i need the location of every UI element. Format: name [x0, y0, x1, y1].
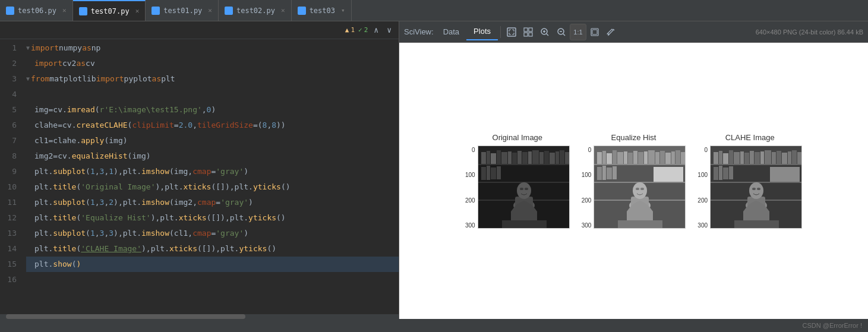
svg-rect-27: [517, 151, 522, 164]
str-path: r'E:\image\test15.png': [100, 104, 202, 116]
fn-createclahe: createCLAHE: [76, 119, 127, 132]
svg-rect-22: [491, 153, 496, 164]
kw-import-3: import: [96, 73, 124, 86]
code-line-11: plt . subplot ( 1 , 3 , 2 ), plt . imsho…: [26, 195, 399, 210]
svg-point-45: [525, 188, 528, 190]
line-num-16: 16: [0, 272, 17, 287]
sciview-plot-area[interactable]: Original Image 0 100 200 300: [399, 43, 868, 319]
y-label-0b: 0: [582, 147, 592, 153]
tab-test07-close[interactable]: ✕: [135, 7, 140, 15]
tab-test06[interactable]: test06.py ✕: [0, 0, 73, 21]
zoom-out-button[interactable]: [553, 24, 570, 40]
svg-rect-30: [532, 150, 539, 164]
tab-test03[interactable]: test03 ▾: [292, 0, 352, 21]
code-line-3: ▼ from matplotlib import pyplot as plt: [26, 71, 399, 87]
line-num-1: 1: [0, 40, 17, 56]
svg-rect-62: [648, 150, 655, 164]
nav-down-button[interactable]: ∨: [384, 24, 394, 36]
code-line-2: import cv2 as cv: [26, 56, 399, 71]
svg-rect-53: [602, 151, 606, 164]
warn-count: 1: [351, 26, 355, 34]
svg-rect-87: [723, 153, 728, 164]
grid-button[interactable]: [520, 24, 536, 40]
code-editor[interactable]: 1 2 3 4 5 6 7 8 9 10 11 12 13 14 15 16: [0, 39, 399, 314]
id-img-8: img: [132, 150, 146, 163]
plot-original-body: 0 100 200 300: [465, 146, 570, 229]
horizontal-scrollbar[interactable]: [0, 314, 399, 319]
param-tilegrid: tileGridSize: [197, 119, 253, 132]
id-np: np: [91, 42, 101, 55]
plot-clahe-body: 0 100 200 300: [697, 146, 802, 229]
y-label-300: 300: [465, 222, 475, 229]
svg-rect-99: [788, 151, 791, 164]
sciview-tab-data[interactable]: Data: [436, 24, 466, 40]
svg-rect-25: [508, 151, 512, 164]
svg-rect-96: [772, 152, 776, 164]
fold-3[interactable]: ▼: [26, 74, 30, 84]
svg-rect-95: [765, 150, 771, 164]
nav-up-button[interactable]: ∧: [371, 24, 381, 36]
y-axis-clahe: 0 100 200 300: [697, 146, 708, 229]
tab-test01-close[interactable]: ✕: [208, 7, 212, 14]
y-axis-original: 0 100 200 300: [465, 146, 475, 229]
bottom-bar: CSDN @ErrorError !: [0, 319, 868, 332]
var-clahe: clahe: [34, 119, 58, 132]
kw-as-3: as: [152, 73, 162, 86]
y-axis-equalize: 0 100 200 300: [582, 146, 592, 229]
svg-rect-36: [565, 152, 570, 164]
fit-page-button[interactable]: [586, 24, 603, 40]
svg-rect-37: [481, 167, 486, 180]
code-line-5: img = cv . imread ( r'E:\image\test15.pn…: [26, 102, 399, 118]
scrollbar-thumb[interactable]: [6, 314, 245, 319]
svg-rect-105: [729, 166, 733, 179]
id-numpy: numpy: [59, 42, 82, 55]
code-line-6: clahe = cv . createCLAHE ( clipLimit = 2…: [26, 118, 399, 133]
num-8a: 8: [263, 119, 267, 132]
y-label-200b: 200: [582, 197, 592, 204]
svg-point-77: [640, 188, 644, 190]
svg-point-75: [633, 182, 647, 199]
tab-test03-more[interactable]: ▾: [341, 7, 345, 14]
fold-1[interactable]: ▼: [26, 43, 30, 53]
svg-rect-94: [760, 151, 764, 164]
tab-test02[interactable]: test02.py ✕: [219, 0, 292, 21]
code-text[interactable]: ▼ import numpy as np import cv2 as cv ▼: [21, 39, 399, 314]
sciview-toolbar: SciView: Data Plots: [399, 21, 868, 43]
svg-rect-46: [502, 220, 547, 229]
code-line-12: plt . title ( 'Equalize Hist' ), plt . x…: [26, 210, 399, 226]
sciview-tab-plots[interactable]: Plots: [466, 23, 498, 40]
plot-original: Original Image 0 100 200 300: [465, 133, 570, 229]
tab-test07[interactable]: test07.py ✕: [73, 0, 146, 21]
tab-test02-close[interactable]: ✕: [281, 7, 285, 14]
tab-test01[interactable]: test01.py ✕: [146, 0, 219, 21]
warning-badge: ▲ 1: [345, 26, 355, 34]
svg-rect-29: [528, 151, 532, 164]
plot-equalize: Equalize Hist 0 100 200 300: [582, 133, 686, 229]
svg-rect-3: [524, 33, 528, 36]
svg-rect-57: [624, 151, 627, 164]
svg-rect-89: [734, 152, 740, 164]
actual-size-button[interactable]: 1:1: [570, 24, 586, 40]
svg-rect-102: [714, 167, 718, 180]
num-8b: 8: [272, 119, 276, 132]
editor-toolbar: ▲ 1 ✓ 2 ∧ ∨: [0, 21, 399, 39]
color-picker-button[interactable]: [603, 24, 620, 40]
y-label-300c: 300: [697, 222, 708, 229]
plot-original-image: [478, 146, 570, 229]
code-line-14: plt . title ( 'CLAHE Image' ), plt . xti…: [26, 241, 399, 257]
zoom-in-button[interactable]: [536, 24, 553, 40]
plot-equalize-body: 0 100 200 300: [582, 146, 686, 229]
svg-rect-13: [592, 30, 597, 34]
svg-rect-26: [512, 153, 517, 164]
tab-test06-close[interactable]: ✕: [62, 7, 67, 14]
num-0: 0: [207, 104, 212, 116]
tab-test02-label: test02.py: [236, 7, 275, 15]
svg-rect-2: [529, 28, 532, 31]
tab-test07-label: test07.py: [91, 7, 130, 15]
svg-rect-38: [487, 166, 490, 180]
fit-window-button[interactable]: [503, 24, 520, 40]
svg-rect-54: [607, 153, 612, 164]
svg-rect-49: [594, 164, 686, 165]
svg-rect-65: [665, 153, 671, 164]
code-line-16: [26, 272, 399, 287]
